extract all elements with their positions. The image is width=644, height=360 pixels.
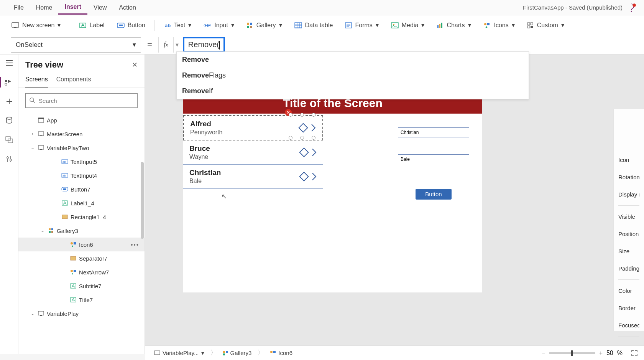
expand-chevron-icon[interactable]: ⌄ xyxy=(30,145,35,150)
text-input-last[interactable] xyxy=(398,154,469,164)
property-position[interactable]: Position xyxy=(618,225,639,243)
property-padding[interactable]: Padding xyxy=(618,260,639,277)
property-focused-border[interactable]: Focused border xyxy=(618,317,639,334)
new-screen-button[interactable]: New screen ▾ xyxy=(7,19,65,31)
zoom-slider[interactable] xyxy=(549,352,595,354)
add-rail-button[interactable] xyxy=(4,96,15,107)
gallery-row[interactable]: Christian Bale xyxy=(183,165,323,189)
tree-item-nextarrow7[interactable]: NextArrow7 xyxy=(18,265,145,279)
help-icon[interactable] xyxy=(626,3,636,13)
zoom-out-button[interactable]: − xyxy=(542,350,545,357)
selection-handles[interactable]: ✕ xyxy=(289,113,315,140)
expand-chevron-icon[interactable]: ⌄ xyxy=(40,228,45,233)
expand-chevron-icon[interactable]: › xyxy=(30,131,35,137)
screen-canvas[interactable]: Title of the Screen Alfred Pennyworth ✕ xyxy=(183,93,482,292)
property-selector[interactable]: OnSelect ▾ xyxy=(11,37,141,53)
menu-file[interactable]: File xyxy=(8,1,30,14)
autocomplete-item[interactable]: RemoveFlags xyxy=(177,68,529,83)
svg-rect-22 xyxy=(487,23,490,25)
insert-input-menu[interactable]: Input ▾ xyxy=(199,19,239,31)
property-rotation[interactable]: Rotation xyxy=(618,168,639,186)
gallery-control[interactable]: Alfred Pennyworth ✕ Bruce xyxy=(183,115,323,189)
svg-rect-64 xyxy=(223,351,225,353)
close-icon[interactable]: ✕ xyxy=(132,61,138,69)
expand-chevron-icon[interactable]: ⌄ xyxy=(30,311,35,316)
next-arrow-icon[interactable] xyxy=(312,148,317,157)
fit-to-window-icon[interactable] xyxy=(631,350,638,357)
label-icon xyxy=(70,296,77,303)
tree-item-textinput4[interactable]: abTextInput4 xyxy=(18,168,145,182)
tree-item-rectangle1_4[interactable]: Rectangle1_4 xyxy=(18,210,145,224)
insert-icons-menu[interactable]: Icons ▾ xyxy=(479,19,519,31)
zoom-in-button[interactable]: + xyxy=(599,350,603,357)
insert-text-menu[interactable]: abc Text ▾ xyxy=(159,19,196,31)
insert-icons-label: Icons xyxy=(494,22,509,29)
menu-insert[interactable]: Insert xyxy=(58,0,87,15)
tree-item-subtitle7[interactable]: Subtitle7 xyxy=(18,279,145,293)
insert-media-menu[interactable]: Media ▾ xyxy=(386,19,429,31)
text-input-first[interactable] xyxy=(398,127,469,137)
submit-button[interactable]: Button xyxy=(416,189,452,200)
property-border[interactable]: Border xyxy=(618,299,639,317)
tree-item-title7[interactable]: Title7 xyxy=(18,293,145,307)
insert-forms-menu[interactable]: Forms ▾ xyxy=(340,19,383,31)
autocomplete-item[interactable]: RemoveIf xyxy=(177,83,529,99)
insert-charts-menu[interactable]: Charts ▾ xyxy=(432,19,475,31)
tree-item-label: App xyxy=(47,117,57,124)
breadcrumb-item[interactable]: Icon6 xyxy=(267,350,296,356)
tree-search-input[interactable] xyxy=(39,97,133,104)
edit-icon[interactable] xyxy=(299,147,309,158)
tree-item-separator7[interactable]: Separator7 xyxy=(18,251,145,265)
tree-item-icon6[interactable]: Icon6••• xyxy=(18,238,145,251)
tree-item-variableplay[interactable]: ⌄VariablePlay xyxy=(18,307,145,320)
property-icon[interactable]: Icon xyxy=(618,151,639,168)
more-options-icon[interactable]: ••• xyxy=(131,241,139,248)
fx-expand-chevron[interactable]: ▾ xyxy=(174,41,181,48)
tree-item-app[interactable]: App xyxy=(18,113,145,127)
breadcrumb-item[interactable]: Gallery3 xyxy=(220,350,255,356)
edit-icon[interactable] xyxy=(299,171,309,182)
tree-item-masterscreen[interactable]: ›MasterScreen xyxy=(18,127,145,141)
media-rail-button[interactable] xyxy=(4,134,15,145)
tree-item-gallery3[interactable]: ⌄Gallery3 xyxy=(18,224,145,238)
breadcrumb-item[interactable]: VariablePlay... ▾ xyxy=(151,350,207,357)
tree-view-rail-button[interactable] xyxy=(0,77,18,88)
svg-rect-66 xyxy=(223,353,225,355)
tab-components[interactable]: Components xyxy=(56,76,91,88)
gallery-row[interactable]: Bruce Wayne xyxy=(183,140,323,165)
property-display-mode[interactable]: Display mode xyxy=(618,186,639,203)
next-arrow-icon[interactable] xyxy=(312,172,317,181)
tree-item-textinput5[interactable]: abTextInput5 xyxy=(18,155,145,168)
icons-icon xyxy=(270,350,276,356)
insert-datatable-button[interactable]: Data table xyxy=(290,20,338,31)
tree-search[interactable] xyxy=(25,93,138,108)
hamburger-icon[interactable] xyxy=(4,58,15,68)
property-visible[interactable]: Visible xyxy=(618,208,639,225)
tree-item-label: VariablePlay xyxy=(47,310,79,317)
scrollbar-thumb[interactable] xyxy=(141,162,144,239)
gallery-row[interactable]: Alfred Pennyworth ✕ xyxy=(183,115,323,140)
insert-label-button[interactable]: Label xyxy=(75,20,109,31)
property-size[interactable]: Size xyxy=(618,243,639,260)
properties-pane: IconRotationDisplay modeVisiblePositionS… xyxy=(613,109,644,331)
tree-item-button7[interactable]: Button7 xyxy=(18,182,145,196)
menu-action[interactable]: Action xyxy=(113,1,142,14)
autocomplete-item[interactable]: Remove xyxy=(177,52,529,68)
advanced-rail-button[interactable] xyxy=(4,154,15,164)
tab-screens[interactable]: Screens xyxy=(25,76,48,88)
insert-gallery-menu[interactable]: Gallery ▾ xyxy=(242,19,287,31)
menu-view[interactable]: View xyxy=(87,1,113,14)
svg-rect-23 xyxy=(527,23,530,25)
insert-button-button[interactable]: Button xyxy=(112,20,150,31)
insert-button-text: Button xyxy=(128,22,145,29)
formula-input[interactable]: Remove( xyxy=(181,37,644,53)
property-color[interactable]: Color xyxy=(618,282,639,299)
insert-custom-menu[interactable]: Custom ▾ xyxy=(522,19,569,31)
svg-point-30 xyxy=(7,157,8,159)
fx-button[interactable]: fx xyxy=(158,37,174,53)
tree-item-variableplaytwo[interactable]: ⌄VariablePlayTwo xyxy=(18,141,145,155)
tree-item-label1_4[interactable]: Label1_4 xyxy=(18,196,145,210)
data-rail-button[interactable] xyxy=(4,115,15,126)
chevron-down-icon: ▾ xyxy=(279,21,282,29)
menu-home[interactable]: Home xyxy=(30,1,59,14)
